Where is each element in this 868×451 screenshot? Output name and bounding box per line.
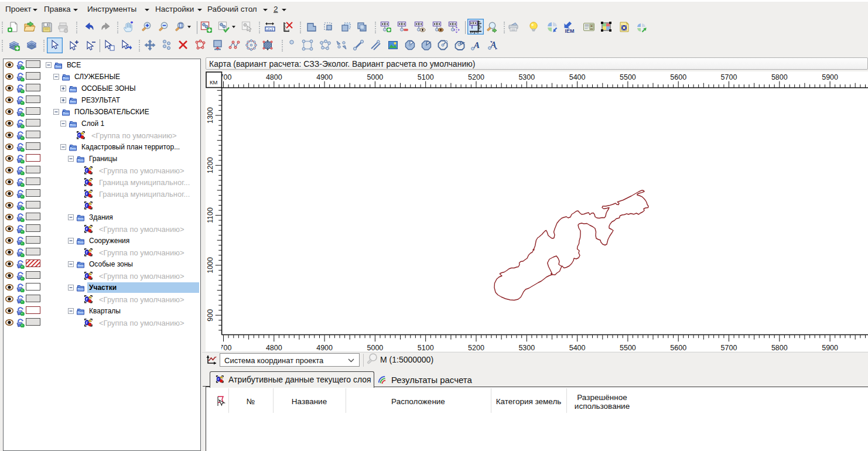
svg-text:5800: 5800 bbox=[771, 73, 788, 81]
svg-text:5900: 5900 bbox=[822, 344, 838, 351]
svg-text:5300: 5300 bbox=[518, 73, 535, 81]
svg-text:4800: 4800 bbox=[266, 73, 282, 81]
svg-text:1300: 1300 bbox=[206, 107, 214, 124]
svg-text:5100: 5100 bbox=[418, 344, 434, 351]
svg-text:4900: 4900 bbox=[316, 344, 333, 351]
svg-text:5700: 5700 bbox=[721, 344, 737, 351]
svg-text:5600: 5600 bbox=[670, 344, 686, 351]
svg-text:1000: 1000 bbox=[206, 257, 214, 274]
svg-text:5000: 5000 bbox=[367, 344, 383, 351]
svg-text:4900: 4900 bbox=[316, 73, 333, 81]
svg-text:5800: 5800 bbox=[771, 344, 788, 351]
svg-text:5500: 5500 bbox=[620, 344, 636, 351]
svg-text:1100: 1100 bbox=[206, 207, 214, 223]
svg-text:5400: 5400 bbox=[569, 344, 586, 351]
svg-text:900: 900 bbox=[206, 309, 214, 322]
svg-text:5600: 5600 bbox=[670, 73, 686, 81]
svg-text:4800: 4800 bbox=[266, 344, 282, 351]
svg-text:КМ: КМ bbox=[210, 79, 218, 86]
svg-text:5300: 5300 bbox=[518, 344, 535, 351]
svg-text:IEM: IEM bbox=[565, 28, 575, 34]
svg-text:5200: 5200 bbox=[468, 344, 484, 351]
svg-text:5200: 5200 bbox=[468, 73, 484, 81]
svg-text:5100: 5100 bbox=[418, 73, 434, 81]
svg-text:1200: 1200 bbox=[206, 157, 214, 173]
svg-text:5500: 5500 bbox=[620, 73, 636, 81]
svg-text:5900: 5900 bbox=[822, 73, 838, 81]
svg-text:5000: 5000 bbox=[367, 73, 383, 81]
svg-text:5700: 5700 bbox=[721, 73, 737, 81]
svg-text:5400: 5400 bbox=[569, 73, 586, 81]
